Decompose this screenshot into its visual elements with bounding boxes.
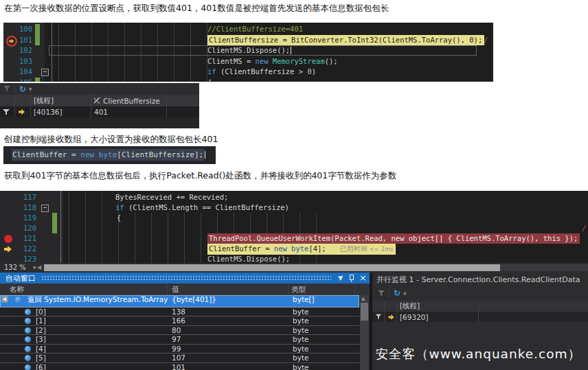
code-text[interactable]: ThreadPool.QueueUserWorkItem(Packet.Read… (207, 233, 580, 244)
code-line[interactable]: 121ThreadPool.QueueUserWorkItem(Packet.R… (0, 233, 588, 244)
field-icon (25, 336, 31, 343)
code-text[interactable]: ClientMS.Dispose(); (207, 45, 291, 56)
autos-name[interactable]: [1] (36, 316, 46, 325)
code-line[interactable]: 120/ (0, 223, 588, 233)
filter-flag-icon[interactable] (3, 109, 10, 115)
autos-row[interactable]: [6]101byte (0, 363, 359, 370)
thread-id-cell[interactable]: [40136] (31, 106, 91, 117)
vertical-scrollbar-thumb[interactable] (361, 303, 368, 321)
thread-id-cell[interactable]: [69320] (397, 312, 479, 322)
parallel-watch-row[interactable]: [69320] (372, 312, 588, 322)
autos-value[interactable]: 166 (172, 316, 185, 325)
thread-column-header[interactable]: [线程] (31, 95, 91, 106)
toolbar-separator (14, 85, 15, 93)
zoom-chevron-icon[interactable]: ▼ (33, 265, 36, 270)
autos-type: byte (293, 335, 308, 344)
autos-name[interactable]: 返回 System.IO.MemoryStream.ToArray (27, 295, 168, 304)
watch-expression-header[interactable]: ClientBuffersize (91, 95, 167, 106)
token: ) (312, 67, 316, 76)
code-text[interactable]: if (ClientBuffersize > 0) (207, 67, 316, 78)
watch-value-cell[interactable]: 401 (91, 106, 167, 117)
code-line[interactable]: 103ClientMS = new MemoryStream(); (3, 56, 493, 67)
autos-value[interactable]: 101 (172, 363, 185, 370)
pin-icon[interactable] (348, 275, 354, 282)
autos-title-bar[interactable]: 自动窗口 ▼ × (0, 273, 370, 284)
filter-icon[interactable] (3, 86, 10, 92)
code-text[interactable]: { (207, 78, 212, 82)
autos-row[interactable]: [0]138byte (0, 308, 359, 317)
thread-column-header[interactable]: [线程] (397, 301, 479, 312)
code-line[interactable]: 119{ (0, 213, 588, 223)
autos-window: 自动窗口 ▼ × 名称 值 类型 返回 System.IO.MemoryStre… (0, 273, 370, 370)
scroll-left-arrow-icon[interactable]: ◀ (37, 264, 41, 270)
code-line[interactable]: 117BytesRecevied += Recevied; (0, 192, 588, 203)
row-filter-cell[interactable] (372, 312, 385, 322)
autos-row[interactable]: [3]97byte (0, 335, 359, 345)
column-value[interactable]: 值 (172, 285, 179, 294)
autos-name[interactable]: [0] (36, 308, 46, 316)
autos-name[interactable]: [2] (36, 326, 46, 335)
vertical-scrollbar[interactable]: ▲ (360, 295, 369, 370)
autos-row[interactable]: [2]80byte (0, 326, 359, 336)
token: ClientMS.Dispose(); (207, 255, 290, 263)
autos-value[interactable]: {byte[401]} (172, 295, 216, 304)
token: ClientBuffer = (209, 244, 274, 253)
code-text[interactable]: if (ClientMS.Length == ClientBuffersize) (115, 203, 289, 213)
code-line[interactable]: 101ClientBuffersize = BitConverter.ToInt… (3, 35, 493, 46)
autos-row[interactable]: 返回 System.IO.MemoryStream.ToArray{byte[4… (0, 295, 359, 308)
refresh-icon[interactable]: ↻ (19, 85, 26, 93)
autos-value[interactable]: 80 (172, 326, 181, 335)
scroll-up-arrow-icon[interactable]: ▲ (361, 296, 365, 301)
autos-value[interactable]: 97 (172, 335, 181, 344)
field-icon (25, 318, 31, 324)
autos-row[interactable]: [4]99byte (0, 345, 359, 354)
filter-icon[interactable] (378, 290, 385, 297)
autos-value[interactable]: 107 (172, 354, 185, 362)
close-icon[interactable]: × (359, 273, 367, 283)
code-line[interactable]: 102ClientMS.Dispose(); (3, 45, 493, 56)
zoom-level[interactable]: 132 % (4, 264, 26, 271)
filter-flag-icon[interactable] (376, 314, 382, 320)
autos-name[interactable]: [6] (36, 363, 46, 370)
autos-row[interactable]: [1]166byte (0, 316, 359, 326)
row-filter-cell[interactable] (0, 106, 15, 117)
code-line[interactable]: 118−if (ClientMS.Length == ClientBuffers… (0, 203, 588, 213)
code-line[interactable]: 100//ClientBuffersize=401 (3, 24, 493, 35)
fold-collapse-icon[interactable]: − (41, 205, 49, 212)
parallel-watch-title-bar[interactable]: 并行监视 1 - Server.Connection.Clients.ReadC… (372, 275, 588, 285)
code-text[interactable]: { (117, 213, 121, 223)
column-name[interactable]: 名称 (10, 285, 24, 294)
line-number: 122 (0, 244, 36, 254)
horizontal-scrollbar-thumb[interactable] (44, 264, 500, 271)
autos-name[interactable]: [3] (36, 335, 46, 344)
selected-code[interactable]: ClientBuffer = new byte[ClientBuffersize… (12, 149, 204, 161)
text-caret (205, 151, 205, 159)
autos-name[interactable]: [5] (36, 354, 46, 362)
chevron-down-icon[interactable]: ▼ (29, 86, 32, 91)
text-caret (291, 47, 291, 54)
token: (ClientMS.Length == ClientBuffersize) (124, 203, 289, 211)
autos-row[interactable]: [5]107byte (0, 354, 359, 363)
code-text[interactable]: //ClientBuffersize=401 (207, 24, 303, 35)
chevron-down-icon[interactable]: ▼ (403, 291, 407, 296)
column-type[interactable]: 类型 (291, 285, 306, 294)
code-line[interactable]: 122ClientBuffer = new byte[4];已用时间<= 2ms (0, 244, 588, 254)
fold-collapse-icon[interactable]: − (41, 69, 49, 76)
autos-grid: 返回 System.IO.MemoryStream.ToArray{byte[4… (0, 295, 359, 370)
code-text[interactable]: BytesRecevied += Recevied; (115, 192, 228, 203)
code-text[interactable]: ClientBuffersize = BitConverter.ToInt32(… (207, 35, 484, 46)
autos-value[interactable]: 138 (172, 308, 185, 316)
autos-value[interactable]: 99 (172, 345, 181, 354)
token: MemoryStream (273, 57, 325, 65)
refresh-icon[interactable]: ↻ (394, 289, 400, 297)
code-text[interactable]: ClientMS = new MemoryStream(); (207, 56, 338, 67)
autos-name[interactable]: [4] (36, 345, 46, 354)
code-line[interactable]: 104−if (ClientBuffersize > 0) (3, 67, 493, 78)
token: ClientBuffersize = BitConverter.ToInt32(… (209, 36, 482, 44)
code-text[interactable]: ClientBuffer = new byte[4];已用时间<= 2ms (207, 244, 396, 255)
window-position-chevron-icon[interactable]: ▼ (338, 273, 343, 283)
line-number: 102 (3, 45, 32, 56)
watch-row[interactable]: [40136] 401 (0, 106, 199, 117)
code-line[interactable]: 105{ (3, 78, 493, 82)
object-icon (15, 297, 21, 303)
